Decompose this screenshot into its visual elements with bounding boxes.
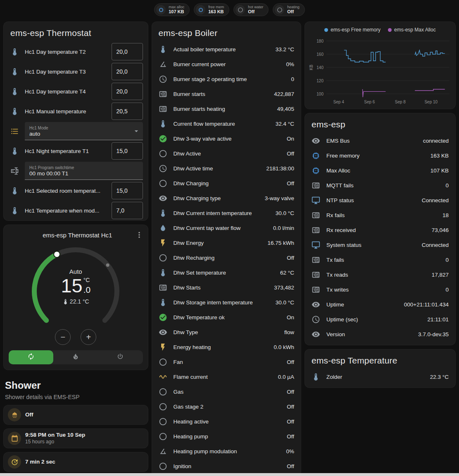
more-options-button[interactable] xyxy=(135,230,145,240)
entity-row[interactable]: Dhw ActiveOff xyxy=(152,146,301,161)
entity-value: Connected xyxy=(422,197,449,203)
badge-row: max alloc107 KBfree mem163 KBhot waterOf… xyxy=(0,0,459,22)
entity-label: Burner starts xyxy=(174,91,268,97)
entity-row[interactable]: Uptime (sec)21:11:01 xyxy=(305,312,455,327)
thermostat-dial[interactable]: Auto 15 °C .0 22.1 °C xyxy=(28,245,123,328)
number-input[interactable]: 20,0 xyxy=(112,43,143,60)
monitor-icon xyxy=(312,196,320,205)
decrease-temp-button[interactable]: − xyxy=(55,329,71,345)
thermostat-hc1-title: ems-esp Thermostat Hc1 xyxy=(20,232,135,239)
entity-row[interactable]: Dhw Current tap water flow0.0 l/min xyxy=(152,220,301,235)
entity-row[interactable]: Dhw RechargingOff xyxy=(152,250,301,265)
entity-row[interactable]: Tx writes0 xyxy=(305,282,455,297)
badge-free-mem[interactable]: free mem163 KB xyxy=(194,3,229,16)
entity-value: 73,046 xyxy=(432,227,449,233)
entity-row[interactable]: Burner stage 2 operating time0 xyxy=(152,72,301,86)
entity-value: 373,482 xyxy=(274,285,294,291)
shower-tile[interactable]: Off xyxy=(3,405,148,425)
entity-row[interactable]: Dhw Starts373,482 xyxy=(152,280,301,295)
list-icon xyxy=(10,127,19,136)
entity-label: Dhw Set temperature xyxy=(174,270,274,276)
hvac-mode-button-heat[interactable] xyxy=(53,350,98,364)
shower-tile[interactable]: 9:58 PM on Tue 10 Sep15 hours ago xyxy=(3,428,148,448)
entity-label: Version xyxy=(326,331,412,337)
entity-row[interactable]: Dhw Current intern temperature30.0 °C xyxy=(152,206,301,220)
number-input[interactable]: 20,0 xyxy=(112,63,143,80)
mode-select[interactable]: Hc1 Modeauto xyxy=(25,122,143,140)
entity-row[interactable]: Heating pumpOff xyxy=(152,429,301,444)
entity-row[interactable]: Free memory163 KB xyxy=(305,148,455,163)
hvac-mode-button-off[interactable] xyxy=(98,350,143,364)
entity-row[interactable]: Dhw Storage intern temperature30.0 °C xyxy=(152,295,301,310)
entity-row[interactable]: Uptime000+21:11:01.434 xyxy=(305,297,455,312)
number-input[interactable]: 20,0 xyxy=(112,83,143,100)
svg-text:100: 100 xyxy=(316,92,323,96)
entity-row[interactable]: Dhw 3-way valve activeOn xyxy=(152,131,301,146)
entity-row[interactable]: FanOff xyxy=(152,354,301,369)
entity-label: Heating active xyxy=(174,419,281,425)
entity-row[interactable]: Dhw Set temperature62 °C xyxy=(152,265,301,280)
counter-icon xyxy=(312,270,320,279)
entity-row[interactable]: Version3.7.0-dev.35 xyxy=(305,327,455,342)
shower-tile[interactable]: 7 min 2 sec xyxy=(3,452,148,472)
entity-value: 32.4 °C xyxy=(276,121,294,127)
entity-row[interactable]: Dhw Active time2181:38:00 xyxy=(152,161,301,176)
entity-row[interactable]: Heating activeOff xyxy=(152,414,301,429)
entity-row[interactable]: MQTT fails0 xyxy=(305,178,455,193)
entity-row[interactable]: EMS Busconnected xyxy=(305,133,455,148)
entity-row[interactable]: Rx fails18 xyxy=(305,208,455,222)
tile-secondary-text: 15 hours ago xyxy=(25,439,85,445)
entity-label: Ignition xyxy=(174,463,281,469)
entity-row[interactable]: Zolder22.3 °C xyxy=(305,369,455,384)
number-input[interactable]: 7,0 xyxy=(112,202,143,219)
eye-icon xyxy=(312,300,320,309)
thermostat-row: Hc1 Day temperature T420,0 xyxy=(4,81,148,101)
number-input[interactable]: 15,0 xyxy=(112,182,143,199)
increase-temp-button[interactable]: + xyxy=(81,329,96,345)
number-input[interactable]: 15,0 xyxy=(112,142,143,160)
badge-value: 107 KB xyxy=(169,9,184,14)
legend-label: ems-esp Max Alloc xyxy=(394,27,436,33)
number-input[interactable]: 20,5 xyxy=(112,103,143,120)
badge-heating[interactable]: heatingOff xyxy=(273,3,305,16)
entity-row[interactable]: IgnitionOff xyxy=(152,459,301,474)
entity-value: 3.7.0-dev.35 xyxy=(418,331,449,337)
circle-icon xyxy=(159,358,167,366)
entity-row[interactable]: Rx received73,046 xyxy=(305,222,455,237)
entity-row[interactable]: Flame current0.0 µA xyxy=(152,369,301,384)
eye-icon xyxy=(312,330,320,339)
entity-row[interactable]: Burner current power0% xyxy=(152,57,301,72)
entity-row[interactable]: Current flow temperature32.4 °C xyxy=(152,116,301,131)
entity-label: Current flow temperature xyxy=(174,121,269,127)
entity-row[interactable]: GasOff xyxy=(152,384,301,399)
entity-row[interactable]: Max Alloc107 KB xyxy=(305,163,455,178)
entity-row[interactable]: Energy heating0.0 kWh xyxy=(152,340,301,354)
badge-max-alloc[interactable]: max alloc107 KB xyxy=(154,3,190,16)
thermometer-icon xyxy=(10,48,19,56)
entity-row[interactable]: NTP statusConnected xyxy=(305,193,455,208)
entity-row[interactable]: Burner starts422,887 xyxy=(152,86,301,101)
entity-row[interactable]: Tx fails0 xyxy=(305,252,455,267)
entity-row[interactable]: System statusConnected xyxy=(305,237,455,252)
hvac-mode-button-auto[interactable] xyxy=(9,350,53,364)
entity-row[interactable]: Burner starts heating49,405 xyxy=(152,101,301,116)
entity-row[interactable]: Dhw Typeflow xyxy=(152,325,301,340)
chip-icon xyxy=(156,5,166,14)
entity-row[interactable]: Tx reads17,827 xyxy=(305,267,455,282)
entity-row[interactable]: Gas stage 2Off xyxy=(152,399,301,414)
entity-row[interactable]: Dhw Charging type3-way valve xyxy=(152,191,301,206)
entity-row[interactable]: Heating pump modulation0% xyxy=(152,444,301,459)
entity-label: Energy heating xyxy=(174,344,268,350)
clock-icon xyxy=(312,315,320,324)
legend-dot-icon xyxy=(388,28,392,32)
entity-row[interactable]: Dhw Energy16.75 kWh xyxy=(152,235,301,250)
badge-hot-water[interactable]: hot waterOff xyxy=(233,3,269,16)
counter-icon xyxy=(312,181,320,190)
dashboard-columns: ems-esp Thermostat Hc1 Day temperature T… xyxy=(0,22,459,476)
chip-icon xyxy=(196,5,205,14)
entity-row[interactable]: Dhw ChargingOff xyxy=(152,176,301,191)
text-input[interactable]: Hc1 Program switchtime00 mo 00:00 T1 xyxy=(25,162,143,180)
entity-row[interactable]: Actual boiler temperature33.2 °C xyxy=(152,42,301,57)
entity-value: 163 KB xyxy=(430,153,449,159)
entity-row[interactable]: Dhw Temperature okOn xyxy=(152,310,301,325)
